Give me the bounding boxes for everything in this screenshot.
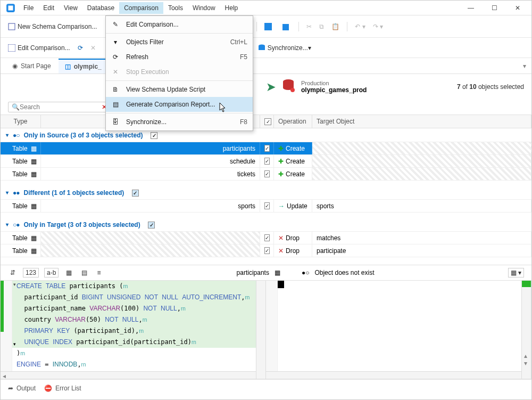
- table-row[interactable]: Table ▦ sports ✓ →Update sports: [1, 200, 531, 213]
- menu-comparison[interactable]: Comparison: [119, 2, 163, 14]
- table-row[interactable]: Table ▦ ✓ ✕Drop matches: [1, 232, 531, 244]
- op-label: Create: [286, 145, 305, 152]
- header-check[interactable]: ✓: [260, 115, 274, 128]
- dd-label: Edit Comparison...: [126, 21, 179, 28]
- toolbar-primary: New Schema Comparison... ✂ ⧉ 📋 ↶ ▾ ↷ ▾: [1, 15, 531, 38]
- sync-icon: 🗄: [111, 118, 120, 126]
- diff-tool-3[interactable]: a-b: [44, 268, 59, 277]
- search-icon: 🔍: [12, 103, 20, 111]
- type-label: Table: [12, 170, 28, 178]
- menu-file[interactable]: File: [19, 2, 38, 14]
- edit-comparison-button[interactable]: Edit Comparison...: [6, 43, 72, 53]
- table-row[interactable]: Table ▦ schedule ✓ ✚Create: [1, 155, 531, 168]
- tab-overflow[interactable]: ▾: [523, 62, 526, 70]
- group-label: Different (1 of 1 objects selected): [24, 189, 124, 197]
- row-checkbox[interactable]: ✓: [264, 202, 270, 209]
- status-output[interactable]: ➦Output: [8, 385, 36, 392]
- menu-tools[interactable]: Tools: [163, 2, 188, 14]
- table-row[interactable]: Table ▦ tickets ✓ ✚Create: [1, 168, 531, 181]
- toolbar-secondary: Edit Comparison... ⟳ ✕ Synchronize... ▾: [1, 38, 531, 58]
- menu-edit[interactable]: Edit: [38, 2, 59, 14]
- diff-tool-1[interactable]: ⇵: [8, 267, 18, 278]
- tab-start-page[interactable]: ◉Start Page: [6, 59, 57, 73]
- diff-view-mode[interactable]: ▦ ▾: [508, 268, 524, 277]
- update-icon: →: [278, 202, 285, 210]
- close-button[interactable]: ✕: [506, 2, 529, 14]
- source-name: tickets: [41, 168, 260, 180]
- save-button[interactable]: [262, 21, 276, 32]
- row-checkbox[interactable]: ✓: [264, 158, 270, 165]
- code-line: PRIMARY KEY (participant_id),rn: [1, 325, 265, 337]
- expand-icon[interactable]: ▾: [6, 190, 9, 195]
- report-icon: ▤: [111, 101, 120, 108]
- fold-icon[interactable]: ▾: [13, 282, 16, 287]
- type-label: Table: [12, 145, 28, 152]
- menu-view[interactable]: View: [59, 2, 82, 14]
- document-tabs: ◉Start Page ◫olympic_ ▾: [1, 58, 531, 74]
- header-target[interactable]: Target Object: [312, 115, 531, 128]
- stop-button[interactable]: ✕: [88, 43, 98, 53]
- horizontal-scrollbar[interactable]: [266, 371, 521, 379]
- search-input[interactable]: [20, 103, 99, 111]
- dd-synchronize[interactable]: 🗄Synchronize...F8: [106, 115, 253, 129]
- expand-icon[interactable]: ▾: [6, 132, 9, 138]
- create-icon: ✚: [278, 158, 284, 165]
- search-box[interactable]: 🔍 ✕: [8, 102, 111, 112]
- expand-icon[interactable]: ▾: [6, 222, 9, 227]
- target-name: participate: [312, 244, 531, 257]
- row-checkbox[interactable]: ✓: [264, 170, 270, 177]
- table-icon: ▦: [31, 145, 37, 152]
- table-icon: ▦: [31, 234, 37, 242]
- maximize-button[interactable]: ☐: [483, 2, 506, 14]
- menu-database[interactable]: Database: [82, 2, 119, 14]
- dd-shortcut: F5: [240, 53, 247, 61]
- group-only-target[interactable]: ▾ ○● Only in Target (3 of 3 objects sele…: [1, 218, 531, 232]
- row-checkbox[interactable]: ✓: [264, 234, 270, 241]
- cut-button[interactable]: ✂: [304, 21, 314, 32]
- menu-help[interactable]: Help: [220, 2, 243, 14]
- dd-objects-filter[interactable]: ▾Objects FilterCtrl+L: [106, 35, 253, 50]
- header-type[interactable]: Type: [1, 115, 41, 128]
- status-error-list[interactable]: ⛔Error List: [44, 385, 81, 392]
- new-schema-comparison-button[interactable]: New Schema Comparison...: [6, 21, 99, 32]
- op-label: Update: [287, 202, 307, 210]
- table-row[interactable]: Table ▦ participants ✓ ✚Create: [1, 142, 531, 155]
- fold-icon[interactable]: ▾: [13, 341, 16, 347]
- svg-point-9: [290, 88, 295, 92]
- row-checkbox[interactable]: ✓: [264, 247, 270, 254]
- vertical-scrollbar[interactable]: [256, 281, 265, 379]
- group-checkbox[interactable]: ✓: [151, 132, 157, 139]
- diff-tool-2[interactable]: 123: [23, 268, 39, 277]
- paste-button[interactable]: 📋: [329, 21, 342, 32]
- menu-window[interactable]: Window: [188, 2, 220, 14]
- group-checkbox[interactable]: ✓: [132, 190, 139, 197]
- group-only-source[interactable]: ▾ ●○ Only in Source (3 of 3 objects sele…: [1, 128, 531, 142]
- table-row[interactable]: Table ▦ ✓ ✕Drop participate: [1, 244, 531, 257]
- dd-refresh[interactable]: ⟳RefreshF5: [106, 50, 253, 64]
- group-different[interactable]: ▾ ●● Different (1 of 1 objects selected)…: [1, 186, 531, 200]
- diff-tool-5[interactable]: ▤: [79, 267, 89, 278]
- horizontal-scrollbar[interactable]: ◂: [1, 371, 256, 379]
- redo-button[interactable]: ↷ ▾: [371, 21, 385, 32]
- dd-view-script[interactable]: 🗎View Schema Update Script: [106, 82, 253, 97]
- group-checkbox[interactable]: ✓: [148, 222, 155, 228]
- dd-edit-comparison[interactable]: ✎Edit Comparison...: [106, 17, 253, 32]
- stop-icon: ✕: [111, 68, 120, 76]
- tab-active[interactable]: ◫olympic_: [59, 59, 108, 74]
- header-operation[interactable]: Operation: [274, 115, 312, 128]
- row-checkbox[interactable]: ✓: [264, 145, 270, 152]
- target-name: matches: [312, 232, 531, 244]
- minimize-button[interactable]: —: [459, 2, 483, 14]
- dd-label: Generate Comparison Report...: [126, 101, 215, 108]
- refresh-button[interactable]: ⟳: [76, 43, 85, 53]
- copy-button[interactable]: ⧉: [317, 21, 326, 32]
- diff-tool-4[interactable]: ▦: [64, 267, 74, 278]
- diff-tool-6[interactable]: ≡: [95, 267, 103, 278]
- undo-button[interactable]: ↶ ▾: [353, 21, 367, 32]
- vertical-scrollbar[interactable]: ▴ ▾: [521, 281, 531, 379]
- status-label: Error List: [55, 385, 81, 392]
- dd-generate-report[interactable]: ▤Generate Comparison Report...: [106, 97, 253, 112]
- op-label: Drop: [286, 247, 300, 255]
- synchronize-button[interactable]: Synchronize... ▾: [256, 43, 313, 53]
- save-all-button[interactable]: [279, 21, 293, 32]
